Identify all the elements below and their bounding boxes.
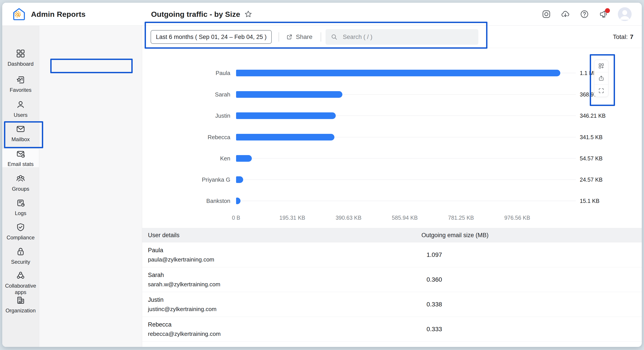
sidebar-item-label: Collaborative apps — [2, 283, 39, 295]
table-row: Paulapaula@zylkertraining.com1.097 — [142, 243, 642, 267]
sidebar-item-favorites[interactable]: Favorites — [2, 75, 39, 93]
sidebar-item-email-stats[interactable]: Email stats — [2, 149, 39, 167]
favorite-star-icon[interactable] — [244, 10, 252, 18]
user-name: Paula — [148, 247, 163, 254]
bar[interactable] — [236, 70, 560, 76]
export-button[interactable] — [594, 72, 608, 84]
table-header: User details Outgoing email size (MB) — [142, 228, 642, 243]
bar[interactable] — [236, 198, 240, 204]
bar-value-label: 346.21 KB — [580, 113, 606, 119]
sidebar-item-label: Mailbox — [2, 136, 39, 142]
cloud-download-icon[interactable] — [561, 9, 570, 19]
users-icon — [16, 100, 26, 109]
bar-track — [236, 158, 576, 159]
sidebar-item-dashboard[interactable]: Dashboard — [2, 49, 39, 67]
share-button[interactable]: Share — [286, 30, 312, 44]
user-name: Rebecca — [148, 321, 172, 328]
dashboard-icon — [16, 49, 26, 58]
sidebar-item-organization[interactable]: Organization — [2, 295, 39, 314]
date-range-value: Last 6 months ( Sep 01, 24 – Feb 04, 25 … — [156, 34, 267, 40]
x-axis-tick-label: 0 B — [232, 215, 240, 221]
help-icon[interactable] — [580, 9, 589, 19]
announcements-icon[interactable] — [599, 9, 608, 19]
date-range-dropdown[interactable]: Last 6 months ( Sep 01, 24 – Feb 04, 25 … — [150, 30, 272, 44]
sidebar-item-label: Dashboard — [2, 61, 39, 67]
outgoing-size-value: 1.097 — [426, 251, 442, 258]
app-window: Admin Reports Outgoing traffic - by Size — [2, 3, 642, 347]
collaborative-apps-icon — [16, 271, 26, 280]
organization-icon — [16, 295, 26, 305]
toolbar-divider — [142, 48, 642, 48]
toolbar-separator — [321, 32, 321, 41]
sidebar-item-collaborative-apps[interactable]: Collaborative apps — [2, 271, 39, 295]
capture-icon[interactable] — [542, 9, 551, 19]
total-count: Total:7 — [613, 30, 633, 44]
user-email: paula@zylkertraining.com — [148, 256, 214, 263]
bar-value-label: 54.57 KB — [580, 155, 602, 162]
groups-icon — [16, 174, 26, 183]
add-to-dashboard-button[interactable] — [594, 60, 608, 72]
bar-category-label: Sarah — [215, 91, 230, 98]
user-email: rebecca@zylkertraining.com — [148, 331, 220, 338]
app-title: Admin Reports — [31, 10, 86, 18]
admin-reports-logo-icon — [12, 7, 26, 21]
bar-category-label: Rebecca — [208, 134, 230, 141]
search-input[interactable] — [343, 34, 473, 40]
app-header: Admin Reports Outgoing traffic - by Size — [2, 3, 642, 26]
sidebar-item-label: Groups — [2, 186, 39, 192]
toolbar-separator — [278, 32, 279, 41]
outgoing-size-value: 0.360 — [426, 276, 442, 283]
bar-value-label: 341.5 KB — [580, 134, 602, 140]
user-name: Justin — [148, 297, 164, 303]
submenu-panel — [39, 26, 142, 347]
fullscreen-button[interactable] — [594, 84, 608, 97]
sidebar-item-label: Favorites — [2, 87, 39, 93]
table-row: Rebeccarebecca@zylkertraining.com0.333 — [142, 317, 642, 342]
export-icon — [598, 75, 604, 81]
x-axis-tick-label: 585.94 KB — [392, 215, 418, 221]
sidebar-item-users[interactable]: Users — [2, 100, 39, 118]
mailbox-icon — [16, 124, 26, 134]
user-email: sarah.w@zylkertraining.com — [148, 281, 220, 288]
sidebar-item-compliance[interactable]: Compliance — [2, 222, 39, 241]
total-label: Total: — [613, 33, 628, 40]
bar[interactable] — [236, 91, 342, 98]
table-row: Sarahsarah.w@zylkertraining.com0.360 — [142, 267, 642, 292]
email-stats-icon — [16, 149, 26, 159]
notification-badge — [605, 8, 610, 13]
page-title: Outgoing traffic - by Size — [151, 10, 240, 18]
sidebar-item-label: Security — [2, 259, 39, 265]
x-axis-tick-label: 390.63 KB — [336, 215, 362, 221]
chart-tools-panel — [594, 60, 608, 97]
table-header-user-details: User details — [148, 232, 180, 239]
sidebar-item-groups[interactable]: Groups — [2, 174, 39, 192]
bar[interactable] — [236, 112, 336, 119]
sidebar-item-mailbox[interactable]: Mailbox — [2, 124, 39, 142]
outgoing-size-value: 0.333 — [426, 326, 442, 333]
sidebar-item-label: Compliance — [2, 234, 39, 241]
avatar[interactable] — [618, 7, 632, 21]
bar-category-label: Ken — [220, 155, 230, 162]
bar[interactable] — [236, 155, 252, 162]
compliance-icon — [16, 222, 26, 232]
sidebar-item-label: Logs — [2, 210, 39, 216]
share-label: Share — [296, 33, 312, 40]
sidebar-item-logs[interactable]: Logs — [2, 198, 39, 216]
bar[interactable] — [236, 134, 334, 140]
fullscreen-icon — [598, 88, 604, 94]
favorites-icon — [16, 75, 26, 84]
sidebar-item-security[interactable]: Security — [2, 247, 39, 265]
sidebar: DashboardFavoritesUsersMailboxEmail stat… — [2, 26, 39, 347]
user-email: justinc@zylkertraining.com — [148, 306, 216, 313]
x-axis-tick-label: 781.25 KB — [448, 215, 474, 221]
bar-category-label: Priyanka G — [202, 176, 230, 183]
bar-category-label: Bankston — [206, 198, 230, 204]
search-icon — [331, 34, 338, 40]
logs-icon — [16, 198, 26, 208]
total-value: 7 — [630, 33, 633, 40]
grid-plus-icon — [598, 63, 604, 69]
sidebar-item-label: Organization — [2, 307, 39, 314]
bar-category-label: Justin — [215, 112, 230, 119]
table-row: Justinjustinc@zylkertraining.com0.338 — [142, 292, 642, 317]
bar[interactable] — [236, 176, 243, 183]
